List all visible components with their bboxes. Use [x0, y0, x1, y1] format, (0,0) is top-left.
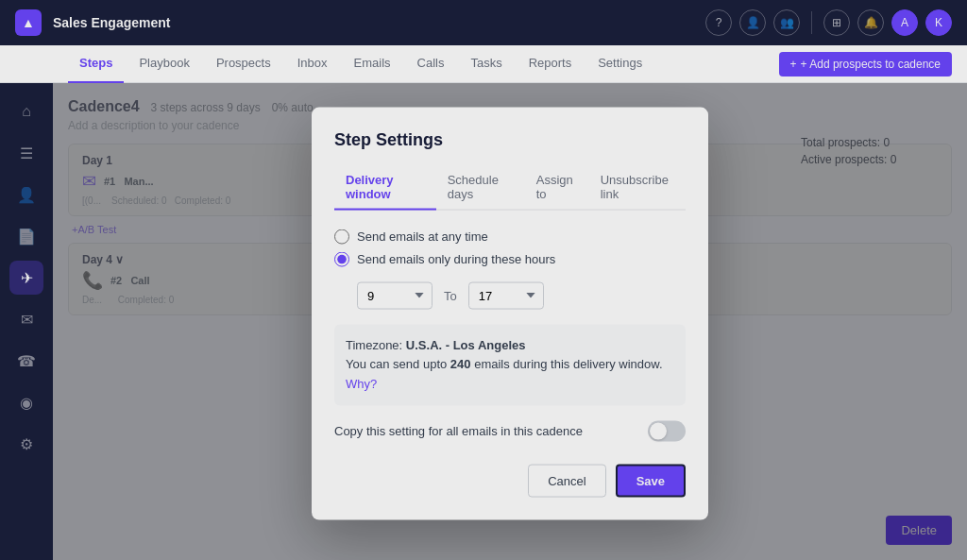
modal-tab-assign-to[interactable]: Assign to: [525, 164, 589, 210]
tab-inbox[interactable]: Inbox: [286, 45, 339, 83]
tab-playbook[interactable]: Playbook: [127, 45, 200, 83]
sidebar-item-analytics[interactable]: ◉: [9, 385, 43, 419]
copy-setting-toggle[interactable]: [648, 420, 686, 441]
modal-tab-schedule-days[interactable]: Schedule days: [436, 164, 525, 210]
notification-icon[interactable]: 🔔: [857, 9, 884, 36]
main-layout: ⌂ ☰ 👤 📄 ✈ ✉ ☎ ◉ ⚙ Cadence4 3 steps acros…: [0, 83, 967, 560]
app-logo: ▲: [15, 9, 42, 36]
sidebar-item-home[interactable]: ⌂: [9, 94, 43, 128]
timezone-name: U.S.A. - Los Angeles: [406, 337, 526, 351]
avatar-a[interactable]: A: [891, 9, 918, 36]
tab-emails[interactable]: Emails: [343, 45, 402, 83]
user-icon[interactable]: 👤: [739, 9, 766, 36]
radio-these-hours-input[interactable]: [334, 251, 349, 266]
cancel-button[interactable]: Cancel: [528, 464, 605, 497]
modal-tab-delivery-window[interactable]: Delivery window: [334, 164, 436, 210]
tab-reports[interactable]: Reports: [517, 45, 584, 83]
help-icon[interactable]: ?: [705, 9, 732, 36]
modal-tab-unsubscribe-link[interactable]: Unsubscribe link: [589, 164, 686, 210]
delivery-count: 240: [450, 357, 471, 371]
plus-icon: +: [790, 58, 797, 71]
sub-nav-right: + + Add prospects to cadence: [779, 52, 952, 76]
sidebar-item-send[interactable]: ✈: [9, 261, 43, 295]
copy-setting-label: Copy this setting for all emails in this…: [334, 424, 583, 438]
top-nav-icons: ? 👤 👥 ⊞ 🔔 A K: [705, 9, 952, 36]
time-row: 9 8 10 17 To 17 18 16 9: [357, 281, 686, 309]
avatar-k[interactable]: K: [925, 9, 952, 36]
step-settings-modal: Step Settings Delivery window Schedule d…: [312, 107, 708, 519]
sub-nav: Steps Playbook Prospects Inbox Emails Ca…: [0, 45, 967, 83]
content-area: Cadence4 3 steps across 9 days 0% auto A…: [53, 83, 967, 560]
radio-these-hours[interactable]: Send emails only during these hours: [334, 251, 686, 266]
from-time-select[interactable]: 9 8 10 17: [357, 281, 433, 309]
users-icon[interactable]: 👥: [773, 9, 800, 36]
tab-prospects[interactable]: Prospects: [205, 45, 282, 83]
sidebar-item-person[interactable]: 👤: [9, 178, 43, 212]
tab-calls[interactable]: Calls: [406, 45, 456, 83]
tab-steps[interactable]: Steps: [68, 45, 124, 83]
modal-tabs: Delivery window Schedule days Assign to …: [334, 164, 686, 210]
delivery-text-post: emails during this delivery window.: [471, 357, 663, 371]
radio-any-time[interactable]: Send emails at any time: [334, 229, 686, 244]
radio-group: Send emails at any time Send emails only…: [334, 229, 686, 266]
to-label: To: [444, 288, 457, 302]
sidebar-item-settings[interactable]: ⚙: [9, 427, 43, 461]
sidebar-item-phone[interactable]: ☎: [9, 344, 43, 378]
why-link[interactable]: Why?: [346, 377, 377, 391]
save-button[interactable]: Save: [616, 464, 686, 497]
modal-title: Step Settings: [334, 129, 686, 149]
app-shell: ▲ Sales Engagement ? 👤 👥 ⊞ 🔔 A K Steps P…: [0, 0, 967, 560]
sidebar-item-mail[interactable]: ✉: [9, 302, 43, 336]
delivery-text-pre: You can send upto: [346, 357, 450, 371]
app-title: Sales Engagement: [53, 15, 694, 30]
modal-footer: Cancel Save: [334, 464, 686, 497]
copy-setting-row: Copy this setting for all emails in this…: [334, 420, 686, 441]
sidebar-item-document[interactable]: 📄: [9, 219, 43, 253]
radio-any-time-input[interactable]: [334, 229, 349, 244]
timezone-info: Timezone: U.S.A. - Los Angeles You can s…: [334, 324, 686, 405]
timezone-label: Timezone:: [346, 337, 402, 351]
sidebar: ⌂ ☰ 👤 📄 ✈ ✉ ☎ ◉ ⚙: [0, 83, 53, 560]
tab-settings[interactable]: Settings: [586, 45, 653, 83]
add-prospects-button[interactable]: + + Add prospects to cadence: [779, 52, 952, 76]
grid-icon[interactable]: ⊞: [823, 9, 850, 36]
top-nav: ▲ Sales Engagement ? 👤 👥 ⊞ 🔔 A K: [0, 0, 967, 45]
tab-tasks[interactable]: Tasks: [459, 45, 513, 83]
sidebar-item-list[interactable]: ☰: [9, 136, 43, 170]
to-time-select[interactable]: 17 18 16 9: [468, 281, 544, 309]
